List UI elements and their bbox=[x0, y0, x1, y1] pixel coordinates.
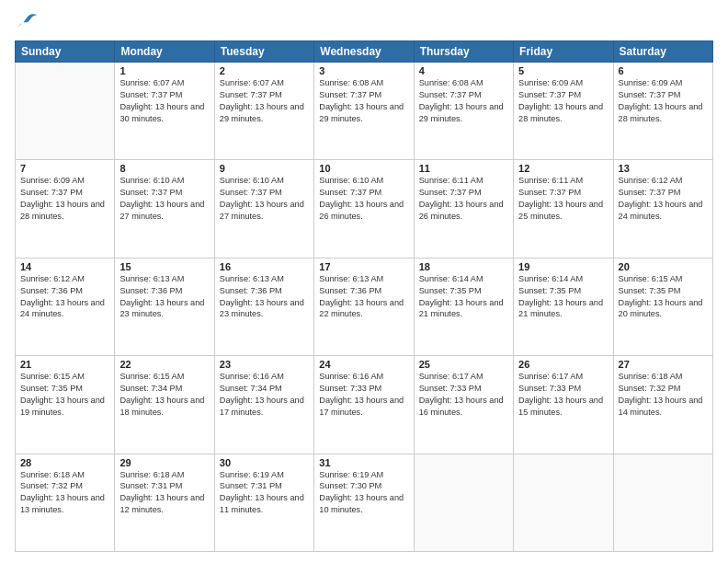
day-info: Sunrise: 6:11 AM Sunset: 7:37 PM Dayligh… bbox=[419, 175, 508, 223]
sunrise: Sunrise: 6:16 AM bbox=[319, 372, 383, 381]
sunset: Sunset: 7:33 PM bbox=[518, 384, 581, 393]
day-number: 3 bbox=[319, 65, 408, 76]
daylight: Daylight: 13 hours and 21 minutes. bbox=[518, 298, 603, 319]
sunset: Sunset: 7:37 PM bbox=[419, 188, 482, 197]
daylight: Daylight: 13 hours and 18 minutes. bbox=[119, 396, 204, 417]
daylight: Daylight: 13 hours and 28 minutes. bbox=[619, 102, 703, 123]
sunset: Sunset: 7:36 PM bbox=[119, 286, 182, 295]
daylight: Daylight: 13 hours and 29 minutes. bbox=[419, 102, 504, 123]
daylight: Daylight: 13 hours and 21 minutes. bbox=[419, 298, 504, 319]
calendar-week-row: 7 Sunrise: 6:09 AM Sunset: 7:37 PM Dayli… bbox=[16, 160, 713, 258]
day-number: 24 bbox=[319, 359, 408, 370]
logo-icon bbox=[15, 11, 40, 33]
daylight: Daylight: 13 hours and 10 minutes. bbox=[319, 493, 404, 514]
sunset: Sunset: 7:37 PM bbox=[220, 188, 282, 197]
calendar-cell: 17 Sunrise: 6:13 AM Sunset: 7:36 PM Dayl… bbox=[314, 258, 414, 355]
daylight: Daylight: 13 hours and 17 minutes. bbox=[319, 396, 404, 417]
sunset: Sunset: 7:37 PM bbox=[119, 188, 182, 197]
day-info: Sunrise: 6:15 AM Sunset: 7:35 PM Dayligh… bbox=[20, 371, 109, 419]
day-number: 23 bbox=[220, 359, 309, 370]
day-number: 27 bbox=[619, 359, 708, 370]
calendar-cell: 9 Sunrise: 6:10 AM Sunset: 7:37 PM Dayli… bbox=[214, 160, 313, 258]
day-number: 21 bbox=[20, 359, 109, 370]
sunrise: Sunrise: 6:18 AM bbox=[619, 372, 683, 381]
day-number: 9 bbox=[220, 163, 309, 174]
daylight: Daylight: 13 hours and 27 minutes. bbox=[220, 200, 304, 221]
calendar-cell: 3 Sunrise: 6:08 AM Sunset: 7:37 PM Dayli… bbox=[314, 63, 414, 160]
daylight: Daylight: 13 hours and 16 minutes. bbox=[419, 396, 504, 417]
day-info: Sunrise: 6:15 AM Sunset: 7:35 PM Dayligh… bbox=[619, 273, 708, 321]
sunrise: Sunrise: 6:15 AM bbox=[619, 274, 683, 283]
sunset: Sunset: 7:37 PM bbox=[119, 90, 182, 99]
calendar-cell: 10 Sunrise: 6:10 AM Sunset: 7:37 PM Dayl… bbox=[314, 160, 414, 258]
day-info: Sunrise: 6:14 AM Sunset: 7:35 PM Dayligh… bbox=[419, 273, 508, 321]
day-number: 5 bbox=[518, 65, 608, 76]
day-info: Sunrise: 6:10 AM Sunset: 7:37 PM Dayligh… bbox=[119, 175, 209, 223]
sunrise: Sunrise: 6:10 AM bbox=[119, 176, 184, 185]
calendar-cell: 29 Sunrise: 6:18 AM Sunset: 7:31 PM Dayl… bbox=[115, 454, 214, 551]
sunrise: Sunrise: 6:08 AM bbox=[319, 78, 383, 87]
calendar-cell: 7 Sunrise: 6:09 AM Sunset: 7:37 PM Dayli… bbox=[16, 160, 115, 258]
calendar-cell: 11 Sunrise: 6:11 AM Sunset: 7:37 PM Dayl… bbox=[414, 160, 513, 258]
daylight: Daylight: 13 hours and 22 minutes. bbox=[319, 298, 404, 319]
day-number: 17 bbox=[319, 261, 408, 272]
calendar-cell: 19 Sunrise: 6:14 AM Sunset: 7:35 PM Dayl… bbox=[514, 258, 613, 355]
daylight: Daylight: 13 hours and 30 minutes. bbox=[119, 102, 204, 123]
calendar-cell: 27 Sunrise: 6:18 AM Sunset: 7:32 PM Dayl… bbox=[613, 356, 712, 454]
day-number: 26 bbox=[518, 359, 608, 370]
sunrise: Sunrise: 6:09 AM bbox=[20, 176, 85, 185]
sunrise: Sunrise: 6:15 AM bbox=[20, 372, 85, 381]
calendar-header-sunday: Sunday bbox=[16, 41, 115, 63]
sunrise: Sunrise: 6:10 AM bbox=[220, 176, 284, 185]
calendar-cell: 4 Sunrise: 6:08 AM Sunset: 7:37 PM Dayli… bbox=[414, 63, 513, 160]
logo bbox=[15, 11, 44, 33]
calendar-week-row: 28 Sunrise: 6:18 AM Sunset: 7:32 PM Dayl… bbox=[16, 454, 713, 551]
day-number: 7 bbox=[20, 163, 109, 174]
calendar-header-tuesday: Tuesday bbox=[214, 41, 313, 63]
calendar-cell: 26 Sunrise: 6:17 AM Sunset: 7:33 PM Dayl… bbox=[514, 356, 613, 454]
calendar-cell: 20 Sunrise: 6:15 AM Sunset: 7:35 PM Dayl… bbox=[613, 258, 712, 355]
day-info: Sunrise: 6:11 AM Sunset: 7:37 PM Dayligh… bbox=[518, 175, 608, 223]
daylight: Daylight: 13 hours and 12 minutes. bbox=[119, 493, 204, 514]
sunrise: Sunrise: 6:13 AM bbox=[319, 274, 383, 283]
day-info: Sunrise: 6:19 AM Sunset: 7:30 PM Dayligh… bbox=[319, 469, 408, 517]
calendar-header-row: SundayMondayTuesdayWednesdayThursdayFrid… bbox=[16, 41, 713, 63]
day-number: 2 bbox=[220, 65, 309, 76]
sunset: Sunset: 7:35 PM bbox=[518, 286, 581, 295]
sunset: Sunset: 7:35 PM bbox=[419, 286, 482, 295]
day-info: Sunrise: 6:09 AM Sunset: 7:37 PM Dayligh… bbox=[619, 77, 708, 125]
day-number: 10 bbox=[319, 163, 408, 174]
daylight: Daylight: 13 hours and 15 minutes. bbox=[518, 396, 603, 417]
sunrise: Sunrise: 6:14 AM bbox=[518, 274, 583, 283]
day-number: 6 bbox=[619, 65, 708, 76]
daylight: Daylight: 13 hours and 26 minutes. bbox=[319, 200, 404, 221]
calendar-cell: 21 Sunrise: 6:15 AM Sunset: 7:35 PM Dayl… bbox=[16, 356, 115, 454]
sunrise: Sunrise: 6:19 AM bbox=[319, 470, 383, 479]
sunrise: Sunrise: 6:18 AM bbox=[119, 470, 184, 479]
sunset: Sunset: 7:37 PM bbox=[518, 90, 581, 99]
daylight: Daylight: 13 hours and 24 minutes. bbox=[619, 200, 703, 221]
sunrise: Sunrise: 6:13 AM bbox=[119, 274, 184, 283]
day-info: Sunrise: 6:19 AM Sunset: 7:31 PM Dayligh… bbox=[220, 469, 309, 517]
sunrise: Sunrise: 6:19 AM bbox=[220, 470, 284, 479]
day-number: 30 bbox=[220, 457, 309, 468]
day-info: Sunrise: 6:12 AM Sunset: 7:36 PM Dayligh… bbox=[20, 273, 109, 321]
calendar-header-saturday: Saturday bbox=[613, 41, 712, 63]
sunrise: Sunrise: 6:12 AM bbox=[20, 274, 85, 283]
sunrise: Sunrise: 6:15 AM bbox=[119, 372, 184, 381]
day-number: 11 bbox=[419, 163, 508, 174]
calendar-cell: 16 Sunrise: 6:13 AM Sunset: 7:36 PM Dayl… bbox=[214, 258, 313, 355]
calendar-week-row: 1 Sunrise: 6:07 AM Sunset: 7:37 PM Dayli… bbox=[16, 63, 713, 160]
daylight: Daylight: 13 hours and 29 minutes. bbox=[319, 102, 404, 123]
daylight: Daylight: 13 hours and 28 minutes. bbox=[518, 102, 603, 123]
day-number: 29 bbox=[119, 457, 209, 468]
sunset: Sunset: 7:32 PM bbox=[619, 384, 681, 393]
day-info: Sunrise: 6:12 AM Sunset: 7:37 PM Dayligh… bbox=[619, 175, 708, 223]
daylight: Daylight: 13 hours and 23 minutes. bbox=[220, 298, 304, 319]
sunset: Sunset: 7:33 PM bbox=[419, 384, 482, 393]
sunset: Sunset: 7:37 PM bbox=[419, 90, 482, 99]
day-info: Sunrise: 6:15 AM Sunset: 7:34 PM Dayligh… bbox=[119, 371, 209, 419]
sunrise: Sunrise: 6:17 AM bbox=[419, 372, 483, 381]
daylight: Daylight: 13 hours and 26 minutes. bbox=[419, 200, 504, 221]
sunrise: Sunrise: 6:09 AM bbox=[518, 78, 583, 87]
